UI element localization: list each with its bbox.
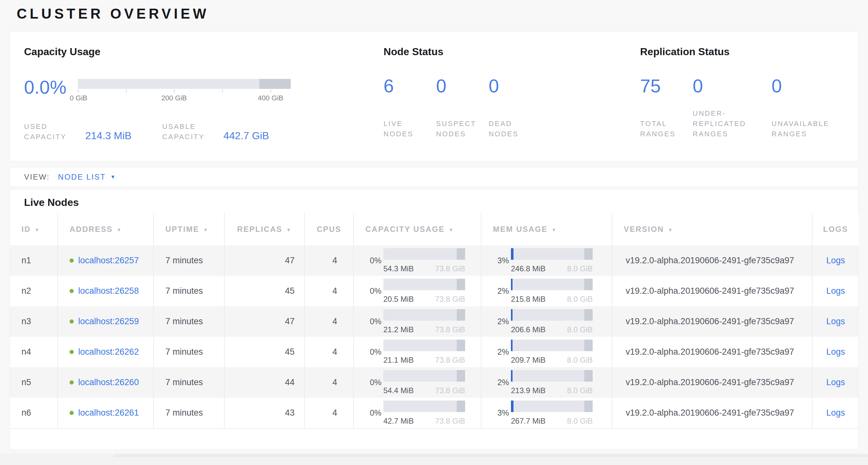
live-nodes-count: 6 (384, 78, 436, 94)
sort-arrow-icon: ▼ (117, 227, 122, 233)
mem-used-fill (511, 309, 513, 321)
replication-status-title: Replication Status (640, 47, 844, 57)
capacity-used-value: 21.1 MiB (383, 356, 414, 365)
mem-used-value: 246.8 MiB (511, 264, 546, 273)
node-replicas-cell: 44 (224, 367, 304, 398)
sort-arrow-icon: ▼ (552, 227, 557, 233)
suspect-nodes-count: 0 (436, 78, 489, 94)
node-uptime-cell: 7 minutes (153, 245, 224, 276)
mem-percent: 2% (493, 317, 509, 326)
view-selector-bar: VIEW: NODE LIST ▼ (10, 167, 858, 187)
node-mem-usage-cell: 2% 213.9 MiB 8.0 GiB (481, 367, 612, 398)
view-dropdown[interactable]: NODE LIST ▼ (58, 173, 116, 181)
under-replicated-ranges-count: 0 (693, 78, 772, 94)
mem-used-value: 206.6 MiB (511, 325, 546, 334)
node-cpus-cell: 4 (304, 276, 353, 306)
node-cpus-cell: 4 (304, 337, 353, 367)
node-address-link[interactable]: localhost:26258 (78, 286, 139, 296)
node-live-status-icon (69, 319, 74, 324)
mem-used-fill (511, 370, 513, 382)
mem-percent: 2% (493, 286, 509, 296)
capacity-total-value: 73.8 GiB (435, 264, 465, 273)
under-replicated-ranges-stat: 0 UNDER- REPLICATED RANGES (693, 78, 772, 139)
table-row: n5 localhost:26260 7 minutes 44 4 0% (10, 367, 858, 398)
mem-mini-bar (511, 248, 593, 260)
node-status-section: Node Status 6 LIVE NODES 0 SUSPECT NODES… (384, 47, 640, 161)
capacity-usage-section: Capacity Usage 0.0% 0 GiB 200 GiB 400 Gi… (24, 47, 384, 161)
node-address-link[interactable]: localhost:26260 (78, 377, 139, 387)
mem-mini-bar (511, 309, 593, 321)
node-address-cell: localhost:26261 (57, 398, 153, 428)
node-logs-link[interactable]: Logs (826, 408, 845, 418)
node-live-status-icon (69, 350, 74, 354)
capacity-gauge-bar (78, 79, 291, 89)
mem-percent: 3% (493, 408, 509, 417)
table-row: n1 localhost:26257 7 minutes 47 4 0% (10, 245, 858, 276)
node-uptime-cell: 7 minutes (153, 367, 224, 398)
mem-used-fill (511, 340, 513, 351)
column-header-version[interactable]: VERSION ▼ (612, 213, 812, 245)
capacity-nonusable-segment (457, 401, 465, 412)
mem-reserved-segment (584, 340, 593, 351)
column-header-id[interactable]: ID ▼ (10, 213, 57, 245)
node-capacity-usage-cell: 0% 21.1 MiB 73.8 GiB (353, 337, 481, 367)
usable-capacity-value: 442.7 GiB (223, 130, 269, 142)
mem-total-value: 8.0 GiB (567, 325, 593, 334)
column-header-capacity-usage[interactable]: CAPACITY USAGE ▼ (353, 213, 481, 245)
replication-status-section: Replication Status 75 TOTAL RANGES 0 UND… (640, 47, 844, 161)
node-id-cell: n2 (10, 276, 57, 306)
capacity-mini-bar (383, 309, 465, 321)
cluster-overview-page: CLUSTER OVERVIEW Capacity Usage 0.0% 0 G… (0, 6, 868, 465)
node-logs-link[interactable]: Logs (826, 286, 845, 296)
axis-label-200gib: 200 GiB (161, 94, 187, 102)
capacity-percent: 0% (365, 347, 381, 357)
node-address-link[interactable]: localhost:26257 (78, 256, 139, 265)
node-cpus-cell: 4 (304, 306, 353, 337)
column-header-mem-usage[interactable]: MEM USAGE ▼ (481, 213, 612, 245)
node-address-cell: localhost:26257 (57, 245, 153, 276)
sort-arrow-icon: ▼ (286, 227, 292, 233)
node-logs-link[interactable]: Logs (826, 377, 845, 387)
node-live-status-icon (69, 411, 74, 415)
bottom-strip (114, 455, 868, 457)
node-address-link[interactable]: localhost:26261 (78, 408, 139, 418)
node-id-cell: n3 (10, 306, 57, 337)
node-replicas-cell: 45 (224, 276, 304, 306)
capacity-percent: 0% (365, 378, 381, 387)
column-header-address[interactable]: ADDRESS ▼ (57, 213, 153, 245)
node-version-cell: v19.2.0-alpha.20190606-2491-gfe735c9a97 (612, 276, 812, 306)
unavailable-ranges-count: 0 (772, 78, 844, 94)
capacity-mini-bar (383, 340, 465, 351)
node-version-cell: v19.2.0-alpha.20190606-2491-gfe735c9a97 (612, 367, 812, 398)
capacity-mini-bar (383, 248, 465, 260)
node-logs-link[interactable]: Logs (826, 256, 845, 265)
suspect-nodes-stat: 0 SUSPECT NODES (436, 78, 489, 139)
node-cpus-cell: 4 (304, 398, 353, 428)
axis-label-400gib: 400 GiB (258, 94, 283, 102)
node-id-cell: n5 (10, 367, 57, 398)
sort-arrow-icon: ▼ (35, 227, 40, 233)
capacity-nonusable-segment (457, 370, 465, 382)
unavailable-ranges-stat: 0 UNAVAILABLE RANGES (772, 78, 844, 139)
capacity-used-value: 21.2 MiB (383, 325, 414, 334)
column-header-replicas[interactable]: REPLICAS ▼ (224, 213, 304, 245)
node-logs-cell: Logs (812, 276, 859, 306)
node-logs-link[interactable]: Logs (826, 347, 845, 357)
page-title: CLUSTER OVERVIEW (17, 6, 868, 22)
node-uptime-cell: 7 minutes (153, 398, 224, 428)
node-version-cell: v19.2.0-alpha.20190606-2491-gfe735c9a97 (612, 245, 812, 276)
node-live-status-icon (69, 380, 74, 384)
mem-mini-bar (511, 370, 593, 382)
node-address-link[interactable]: localhost:26259 (78, 317, 139, 326)
mem-used-value: 215.8 MiB (511, 295, 546, 304)
column-header-uptime[interactable]: UPTIME ▼ (153, 213, 224, 245)
mem-total-value: 8.0 GiB (567, 264, 593, 273)
mem-mini-bar (511, 401, 593, 412)
node-address-cell: localhost:26259 (57, 306, 153, 337)
node-address-link[interactable]: localhost:26262 (78, 347, 139, 357)
node-mem-usage-cell: 2% 206.6 MiB 8.0 GiB (481, 306, 612, 337)
node-mem-usage-cell: 2% 209.7 MiB 8.0 GiB (481, 337, 612, 367)
node-capacity-usage-cell: 0% 21.2 MiB 73.8 GiB (353, 306, 481, 337)
node-logs-link[interactable]: Logs (826, 317, 845, 326)
mem-used-value: 267.7 MiB (511, 416, 546, 426)
